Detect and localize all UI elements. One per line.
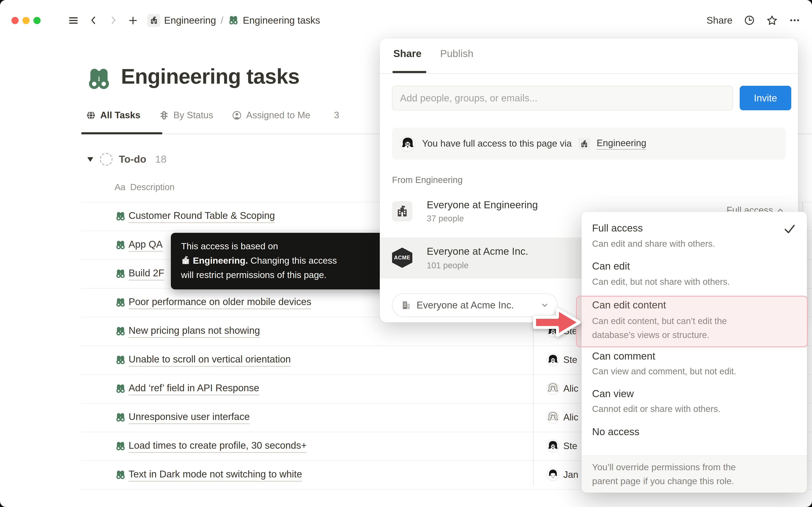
menu-item-desc: Can edit, but not share with others.: [592, 276, 730, 288]
avatar: [546, 468, 560, 481]
school-building-icon: [578, 137, 591, 150]
todo-status-icon: [100, 153, 112, 166]
binoculars-icon: [115, 383, 126, 394]
task-title[interactable]: New pricing plans not showing: [129, 325, 260, 338]
user-avatar: [400, 135, 416, 152]
role-menu: Full access Can edit and share with othe…: [581, 212, 807, 493]
binoculars-icon: [115, 326, 126, 337]
tab-all-tasks[interactable]: All Tasks: [86, 110, 140, 121]
task-title[interactable]: Unable to scroll on vertical orientation: [129, 354, 291, 367]
window-top-bar: Engineering / Engineering tasks Share: [0, 0, 812, 41]
column-header[interactable]: Aa Description: [115, 182, 174, 192]
zoom-window-button[interactable]: [34, 17, 41, 24]
school-building-icon: [181, 256, 190, 265]
menu-item-can-view[interactable]: Can view: [592, 387, 634, 400]
task-title[interactable]: Customer Round Table & Scoping: [129, 210, 275, 223]
tab-by-status[interactable]: By Status: [159, 110, 213, 121]
office-building-icon: [401, 300, 411, 310]
menu-item-desc: Cannot edit or share with others.: [592, 403, 720, 415]
assignee-name: Alic: [563, 412, 578, 423]
tab-label: By Status: [173, 110, 213, 121]
binoculars-icon: [115, 412, 126, 423]
school-building-icon: [392, 201, 412, 221]
new-page-icon[interactable]: [128, 15, 138, 25]
checkmark-icon: [783, 223, 796, 235]
full-access-banner: You have full access to this page via En…: [392, 128, 786, 160]
assignee-cell[interactable]: Alic: [546, 382, 578, 395]
share-button[interactable]: Share: [707, 14, 732, 26]
more-options-icon[interactable]: [789, 15, 800, 26]
task-title[interactable]: Build 2F: [129, 268, 164, 281]
page-binoculars-icon[interactable]: [86, 66, 112, 92]
menu-item-desc: Can edit and share with others.: [592, 238, 715, 250]
assignee-cell[interactable]: Jan: [546, 468, 578, 481]
tab-assigned-to-me[interactable]: Assigned to Me: [232, 110, 310, 121]
share-tab-underline: [393, 71, 426, 73]
binoculars-icon: [115, 268, 126, 279]
assignee-name: Alic: [563, 383, 578, 394]
close-window-button[interactable]: [11, 17, 18, 24]
group-name: Everyone at Engineering: [427, 199, 538, 211]
back-icon[interactable]: [88, 15, 99, 26]
menu-item-can-edit[interactable]: Can edit: [592, 260, 630, 273]
binoculars-icon: [115, 469, 126, 481]
acme-logo: ACME: [392, 247, 412, 268]
forward-icon[interactable]: [108, 15, 119, 26]
active-tab-underline: [81, 132, 162, 134]
menu-item-can-edit-content[interactable]: Can edit content: [592, 299, 666, 312]
binoculars-icon: [115, 239, 126, 250]
assignee-name: Ste: [563, 354, 577, 365]
banner-engineering-link[interactable]: Engineering: [597, 138, 647, 150]
breadcrumb-parent[interactable]: Engineering: [164, 14, 216, 26]
task-title[interactable]: Poor performance on older mobile devices: [129, 296, 311, 309]
tab-label: Assigned to Me: [246, 110, 310, 121]
section-label: From Engineering: [392, 175, 463, 185]
group-meta: 37 people: [427, 214, 464, 224]
tab-publish[interactable]: Publish: [440, 48, 473, 60]
assignee-cell[interactable]: Alic: [546, 411, 578, 424]
avatar: [546, 439, 560, 452]
history-clock-icon[interactable]: [744, 15, 755, 26]
person-circle-icon: [232, 110, 242, 120]
group-name[interactable]: To-do: [119, 153, 146, 165]
tab-label: 3: [334, 110, 339, 121]
menu-item-full-access[interactable]: Full access: [592, 222, 643, 234]
topbar-actions: Share: [707, 0, 800, 41]
screen: Engineering / Engineering tasks Share En…: [0, 0, 812, 507]
share-dialog-tabs: Share Publish: [393, 48, 473, 60]
binoculars-icon: [115, 297, 126, 308]
red-arrow-annotation: [532, 306, 582, 339]
dialog-divider: [380, 73, 798, 74]
task-title[interactable]: Unresponsive user interface: [129, 411, 250, 424]
tab-label: All Tasks: [100, 110, 140, 121]
assignee-cell[interactable]: Ste: [546, 353, 577, 366]
task-title[interactable]: Text in Dark mode not switching to white: [129, 468, 302, 482]
avatar: [546, 382, 560, 395]
task-title[interactable]: Add ‘ref’ field in API Response: [129, 382, 259, 395]
school-building-icon: [147, 14, 160, 27]
binoculars-icon: [228, 15, 239, 26]
tooltip-bold: Engineering.: [193, 256, 248, 266]
menu-item-desc: Can view and comment, but not edit.: [592, 365, 736, 377]
tab-overflow-count[interactable]: 3: [334, 110, 339, 121]
collapse-caret-icon[interactable]: [87, 157, 94, 162]
traffic-light-icon: [159, 110, 169, 120]
banner-text: You have full access to this page via: [422, 138, 572, 149]
task-title[interactable]: Load times to create profile, 30 seconds…: [129, 440, 307, 453]
page-title[interactable]: Engineering tasks: [121, 64, 299, 89]
binoculars-icon: [115, 211, 126, 222]
invite-button[interactable]: Invite: [740, 86, 791, 110]
breadcrumb-separator: /: [221, 14, 223, 26]
task-title[interactable]: App QA: [129, 239, 163, 252]
menu-item-no-access[interactable]: No access: [592, 426, 640, 438]
add-people-input[interactable]: [392, 86, 733, 110]
menu-item-can-comment[interactable]: Can comment: [592, 350, 655, 362]
sidebar-menu-icon[interactable]: [68, 14, 79, 26]
app-window: Engineering / Engineering tasks Share En…: [0, 0, 812, 507]
group-count: 18: [155, 153, 166, 165]
tab-share[interactable]: Share: [393, 48, 421, 60]
minimize-window-button[interactable]: [22, 17, 30, 24]
assignee-cell[interactable]: Ste: [546, 439, 577, 452]
favorite-star-icon[interactable]: [766, 14, 778, 26]
breadcrumb-current[interactable]: Engineering tasks: [243, 14, 320, 26]
